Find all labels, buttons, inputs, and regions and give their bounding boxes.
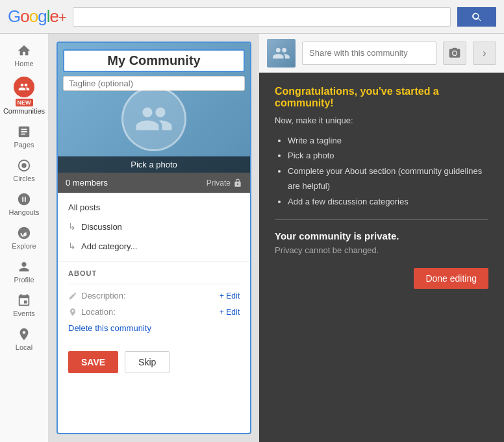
nav-discussion[interactable]: ↳ Discussion [58,217,250,236]
sidebar-item-profile[interactable]: Profile [1,255,47,288]
google-plus-logo: Google+ [8,6,66,27]
members-bar: 0 members Private [58,173,250,193]
svg-point-0 [21,163,26,167]
private-badge: Private [207,178,242,188]
community-nav: All posts ↳ Discussion ↳ Add category... [58,193,250,262]
nav-arrow-discussion: ↳ [68,221,76,232]
sidebar-item-local[interactable]: Local [1,323,47,355]
local-icon [16,326,32,342]
tip-3: Complete your About section (community g… [288,164,488,194]
circles-icon [16,158,32,173]
search-input[interactable] [73,7,451,27]
about-divider [68,284,240,284]
skip-button[interactable]: Skip [125,351,170,373]
description-left: Description: [68,291,126,301]
share-camera-button[interactable] [443,42,466,65]
search-button[interactable] [457,7,496,27]
community-header: Pick a photo [58,43,250,173]
location-pin-icon [68,308,77,317]
done-editing-button[interactable]: Done editing [414,268,488,289]
community-thumb-icon [272,44,290,62]
sidebar-item-pages[interactable]: Pages [1,120,47,153]
sidebar-item-explore[interactable]: Explore [1,221,47,254]
hangouts-icon [16,191,32,207]
photo-circle [121,86,186,151]
congrats-divider [275,219,488,220]
main-layout: Home NEW Communities Pages Circles [0,34,504,442]
location-row: Location: + Edit [68,307,240,317]
content-area: Pick a photo 0 members Private All posts… [49,34,504,442]
congrats-subtitle: Now, make it unique: [275,116,488,125]
communities-icon [14,77,34,97]
save-button[interactable]: SAVE [68,351,118,373]
sidebar-item-events[interactable]: Events [1,289,47,321]
congrats-list: Write a tagline Pick a photo Complete yo… [275,133,488,209]
sidebar: Home NEW Communities Pages Circles [0,34,49,442]
community-panel: Pick a photo 0 members Private All posts… [57,42,251,434]
description-edit-link[interactable]: + Edit [220,291,240,301]
sidebar-item-hangouts[interactable]: Hangouts [1,188,47,220]
community-thumbnail [267,39,296,68]
location-edit-link[interactable]: + Edit [220,308,240,317]
home-icon [16,43,32,58]
camera-icon [448,47,461,60]
tip-1: Write a tagline [288,133,488,148]
sidebar-item-home[interactable]: Home [1,39,47,71]
pencil-icon [68,291,77,301]
privacy-label: Private [207,178,231,188]
about-title: ABOUT [68,269,240,277]
sidebar-item-circles[interactable]: Circles [1,154,47,186]
pick-photo-button[interactable]: Pick a photo [58,156,250,173]
sidebar-item-communities[interactable]: NEW Communities [1,73,47,119]
people-icon [134,99,173,138]
private-notice: Your community is private. [275,230,488,241]
profile-icon [16,259,32,275]
nav-add-category[interactable]: ↳ Add category... [58,236,250,256]
explore-icon [16,225,32,241]
share-bar: › [259,34,504,73]
privacy-note: Privacy cannot be changed. [275,245,488,255]
pages-icon [16,124,32,140]
tip-4: Add a few discussion categories [288,194,488,209]
share-extra-button[interactable]: › [473,42,496,65]
about-section: ABOUT Description: + Edit Location: + Ed… [58,262,250,351]
nav-all-posts[interactable]: All posts [58,198,250,217]
members-count: 0 members [66,178,108,188]
search-icon [472,12,482,22]
tip-2: Pick a photo [288,148,488,163]
lock-icon [233,178,242,188]
description-row: Description: + Edit [68,291,240,301]
events-icon [16,293,32,308]
share-input[interactable] [302,42,436,65]
congrats-panel: Congratulations, you've started a commun… [259,73,504,442]
action-buttons: SAVE Skip [58,351,250,384]
nav-arrow-category: ↳ [68,241,76,251]
community-photo-area: Pick a photo [58,86,250,173]
congrats-title: Congratulations, you've started a commun… [275,86,488,109]
location-left: Location: [68,307,116,317]
community-name-input[interactable] [63,49,245,72]
topbar: Google+ [0,0,504,34]
right-panel: › Congratulations, you've started a comm… [259,34,504,442]
delete-community-link[interactable]: Delete this community [68,323,240,333]
